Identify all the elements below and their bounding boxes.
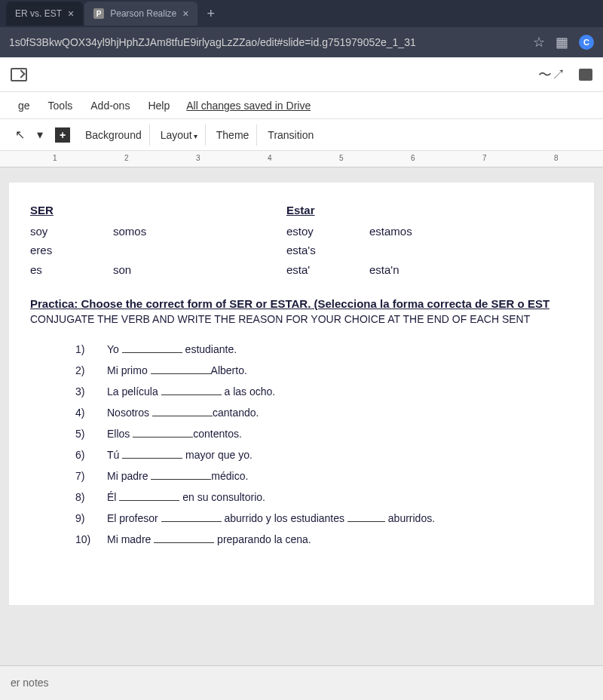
exercise-item: 1)Yo estudiante. [75, 339, 573, 360]
chevron-down-icon: ▾ [194, 132, 197, 140]
tab-label: Pearson Realize [110, 8, 176, 19]
extension-icon[interactable]: ▦ [556, 34, 568, 51]
transition-button[interactable]: Transition [260, 124, 321, 146]
menu-arrange[interactable]: ge [11, 95, 38, 116]
url-input[interactable]: 1s0fS3BkwQOX34yl9hjHphZJAm8tfuE9irlyagLz… [9, 36, 525, 48]
ruler-tick: 5 [339, 154, 344, 162]
practica-title: Practica: Choose the correct form of SER… [30, 297, 573, 310]
ser-table: SER soysomos eres esson [30, 201, 151, 279]
ruler-tick: 1 [53, 154, 57, 162]
ruler-tick: 8 [554, 154, 559, 162]
extension-badge[interactable]: C [579, 35, 594, 50]
conj-cell: es [30, 260, 68, 280]
close-icon[interactable]: × [68, 8, 74, 20]
conj-cell: estoy [286, 222, 324, 241]
ruler-tick: 3 [196, 154, 200, 162]
conj-cell: esta's [286, 241, 324, 260]
background-button[interactable]: Background [78, 124, 150, 146]
layout-label: Layout [161, 129, 192, 141]
conj-cell: soy [30, 222, 68, 241]
notes-label: er notes [11, 677, 49, 689]
conj-cell [369, 241, 407, 260]
tab-label: ER vs. EST [15, 8, 62, 19]
theme-button[interactable]: Theme [209, 124, 258, 146]
blank [161, 511, 222, 522]
blank [161, 385, 222, 395]
ruler-tick: 2 [124, 154, 129, 162]
exercise-item: 8)Él en su consultorio. [75, 487, 573, 508]
blank [133, 427, 193, 438]
estar-table: Estar estoyestamos esta's esta'esta'n [286, 201, 412, 279]
blank [122, 448, 182, 459]
menubar: ge Tools Add-ons Help All changes saved … [0, 92, 603, 119]
speaker-notes[interactable]: er notes [0, 665, 603, 700]
app-header: 〜↗ [0, 57, 603, 92]
conj-cell: eres [30, 241, 68, 260]
ruler: 1 2 3 4 5 6 7 8 [0, 151, 603, 167]
exercise-item: 9)El profesor aburrido y los estudiantes… [75, 508, 573, 529]
practica-subtitle: CONJUGATE THE VERB AND WRITE THE REASON … [30, 313, 573, 325]
cursor-tool[interactable]: ↖ [11, 124, 29, 145]
present-icon[interactable] [11, 68, 27, 81]
exercise-item: 3)La película a las ocho. [75, 381, 573, 402]
slide-content[interactable]: SER soysomos eres esson Estar estoyestam… [9, 183, 594, 605]
menu-tools[interactable]: Tools [41, 95, 81, 116]
exercise-item: 6)Tú mayor que yo. [75, 444, 573, 465]
toolbar: ↖ ▾ + Background Layout▾ Theme Transitio… [0, 119, 603, 151]
conjugation-tables: SER soysomos eres esson Estar estoyestam… [30, 201, 573, 279]
url-bar: 1s0fS3BkwQOX34yl9hjHphZJAm8tfuE9irlyagLz… [0, 27, 603, 57]
menu-help[interactable]: Help [140, 95, 177, 116]
exercise-item: 2)Mi primo Alberto. [75, 360, 573, 381]
estar-header: Estar [286, 201, 412, 220]
blank [154, 533, 214, 543]
comments-icon[interactable] [579, 69, 592, 81]
exercise-item: 7)Mi padre médico. [75, 465, 573, 487]
blank [119, 490, 179, 501]
conj-cell [113, 241, 151, 260]
site-icon: P [93, 8, 104, 19]
blank [152, 406, 213, 416]
conj-cell: estamos [369, 222, 412, 241]
ser-header: SER [30, 201, 151, 220]
conj-cell: somos [113, 222, 151, 241]
close-icon[interactable]: × [182, 8, 188, 20]
slide-area: SER soysomos eres esson Estar estoyestam… [0, 167, 603, 700]
new-slide-button[interactable]: + [55, 127, 70, 143]
exercise-list: 1)Yo estudiante. 2)Mi primo Alberto. 3)L… [30, 339, 573, 550]
tab-pearson-realize[interactable]: P Pearson Realize × [84, 2, 197, 26]
menu-addons[interactable]: Add-ons [83, 95, 137, 116]
conj-cell: esta' [286, 260, 324, 280]
blank [151, 469, 211, 480]
activity-icon[interactable]: 〜↗ [538, 66, 565, 84]
conj-cell: esta'n [369, 260, 407, 280]
app-area: 〜↗ ge Tools Add-ons Help All changes sav… [0, 57, 603, 700]
blank [347, 511, 385, 522]
blank [151, 364, 211, 374]
exercise-item: 4)Nosotros cantando. [75, 402, 573, 423]
conj-cell: son [113, 260, 151, 280]
blank [122, 342, 182, 353]
layout-button[interactable]: Layout▾ [153, 124, 206, 146]
new-tab-button[interactable]: + [199, 3, 222, 25]
exercise-item: 5)Ellos contentos. [75, 423, 573, 444]
ruler-tick: 6 [411, 154, 415, 162]
ruler-tick: 4 [268, 154, 272, 162]
bookmark-icon[interactable]: ☆ [533, 34, 545, 51]
dropdown-icon[interactable]: ▾ [32, 124, 47, 145]
save-status[interactable]: All changes saved in Drive [186, 100, 311, 112]
ruler-tick: 7 [482, 154, 487, 162]
tab-ser-vs-est[interactable]: ER vs. EST × [6, 2, 83, 26]
browser-tabs: ER vs. EST × P Pearson Realize × + [0, 0, 603, 27]
exercise-item: 10)Mi madre preparando la cena. [75, 529, 573, 550]
